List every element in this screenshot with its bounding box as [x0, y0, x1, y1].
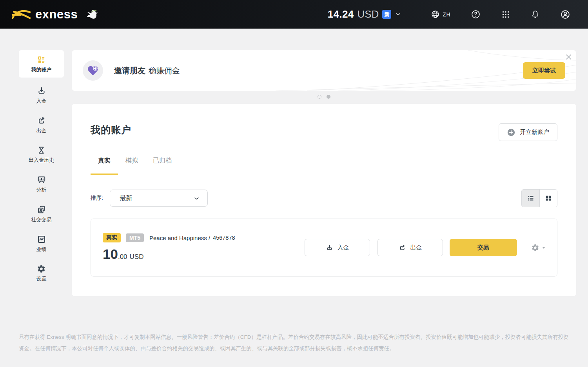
promo-title-primary: 邀请朋友 [114, 66, 145, 75]
page-title: 我的账户 [91, 123, 131, 136]
chevron-down-icon [395, 11, 401, 18]
account-icon [560, 9, 570, 20]
analysis-icon [37, 175, 46, 184]
balance-dropdown[interactable]: 14.24 USD 新 [328, 8, 401, 20]
sidebar-item-settings[interactable]: 设置 [19, 260, 64, 286]
deposit-button[interactable]: 入金 [305, 239, 370, 256]
new-badge: 新 [382, 10, 391, 19]
promo-banner: 邀请朋友稳赚佣金 立即尝试 [72, 50, 576, 91]
sidebar-item-label: 我的账户 [31, 67, 52, 72]
sidebar-item-analysis[interactable]: 分析 [19, 171, 64, 197]
sidebar-item-my-accounts[interactable]: 我的账户 [19, 50, 64, 78]
ex-monogram-icon [11, 8, 31, 21]
tab-archived[interactable]: 已归档 [145, 157, 179, 175]
content-area: 我的账户 入金 出金 [0, 29, 588, 296]
balance-currency: USD [357, 8, 379, 20]
try-now-button[interactable]: 立即尝试 [523, 62, 565, 79]
account-balance: 10.00USD [103, 246, 235, 262]
sort-value: 最新 [120, 194, 132, 202]
sidebar-item-deposit[interactable]: 入金 [19, 82, 64, 108]
account-info: 真实 MT5 Peace and Happiness / 4567878 10.… [103, 233, 235, 262]
caret-down-icon [542, 247, 545, 249]
list-view-button[interactable] [522, 190, 539, 207]
sidebar-item-performance[interactable]: 业绩 [19, 230, 64, 257]
withdraw-icon [399, 244, 406, 251]
accounts-icon [37, 55, 46, 64]
sidebar-item-withdraw[interactable]: 出金 [19, 112, 64, 138]
open-new-account-button[interactable]: 开立新账户 [499, 123, 557, 141]
sidebar-item-label: 入金 [36, 98, 47, 104]
social-trading-icon [37, 205, 46, 214]
balance-minor: .00 [118, 253, 127, 260]
accounts-panel: 我的账户 开立新账户 真实 模拟 已归档 排序: [72, 104, 576, 296]
balance-currency: USD [130, 253, 144, 260]
trade-button[interactable]: 交易 [450, 239, 517, 256]
heart-plus-icon [86, 64, 100, 77]
logo-text: exness [35, 7, 78, 22]
deposit-button-label: 入金 [338, 244, 349, 251]
apps-button[interactable] [501, 10, 510, 19]
balance-major: 10 [103, 246, 118, 262]
view-toggle [521, 189, 557, 207]
tab-demo[interactable]: 模拟 [118, 157, 145, 175]
sidebar-item-social-trading[interactable]: 社交交易 [19, 201, 64, 227]
app-header: exness 14.24 USD 新 ZH [0, 0, 588, 29]
carousel-dot-2[interactable] [327, 95, 330, 99]
globe-icon [431, 10, 440, 19]
close-icon [566, 54, 572, 60]
withdraw-icon [37, 116, 46, 125]
balance-amount: 14.24 [328, 8, 354, 20]
sidebar-item-label: 出金 [36, 128, 47, 134]
tab-real[interactable]: 真实 [91, 157, 118, 175]
help-button[interactable] [471, 9, 481, 19]
account-name: Peace and Happiness / [149, 235, 210, 241]
notifications-button[interactable] [531, 10, 540, 19]
account-actions: 入金 出金 交易 [305, 239, 545, 256]
language-label: ZH [443, 11, 450, 18]
promo-title-secondary: 稳赚佣金 [149, 66, 180, 75]
account-number: 4567878 [213, 235, 235, 241]
sort-row: 排序: 最新 [91, 189, 557, 207]
gear-icon [531, 244, 539, 252]
list-view-icon [527, 195, 534, 202]
main-column: 邀请朋友稳赚佣金 立即尝试 我的账户 [72, 50, 576, 296]
sidebar-item-history[interactable]: 出入金历史 [19, 141, 64, 167]
withdraw-button[interactable]: 出金 [377, 239, 443, 256]
sidebar: 我的账户 入金 出金 [19, 50, 64, 296]
open-new-account-label: 开立新账户 [520, 128, 549, 136]
sort-select[interactable]: 最新 [110, 190, 208, 207]
exness-logo[interactable]: exness [11, 7, 100, 22]
account-card: 真实 MT5 Peace and Happiness / 4567878 10.… [91, 219, 557, 277]
account-settings-button[interactable] [531, 244, 545, 252]
real-badge: 真实 [103, 233, 121, 242]
sidebar-item-label: 出入金历史 [29, 157, 54, 163]
apps-grid-icon [501, 10, 510, 19]
account-tabs: 真实 模拟 已归档 [72, 157, 576, 175]
withdraw-button-label: 出金 [410, 244, 422, 251]
sidebar-item-label: 社交交易 [31, 217, 52, 222]
performance-icon [37, 235, 46, 244]
history-icon [37, 146, 46, 155]
sidebar-item-label: 设置 [36, 276, 47, 282]
risk-disclaimer: 只有在获得 Exness 明确书面同意的情况下，才可复制本网站信息。一般风险警告… [19, 331, 569, 354]
bell-icon [531, 10, 540, 19]
carousel-dot-1[interactable] [318, 95, 321, 99]
promo-icon [83, 60, 103, 81]
sort-label: 排序: [91, 195, 103, 202]
promo-title: 邀请朋友稳赚佣金 [114, 65, 180, 76]
carousel-dots [72, 95, 576, 99]
plus-circle-icon [507, 128, 515, 137]
account-button[interactable] [560, 9, 570, 20]
settings-gear-icon [37, 264, 46, 273]
help-icon [471, 9, 481, 19]
banner-close-button[interactable] [564, 53, 572, 61]
language-switcher[interactable]: ZH [431, 10, 450, 19]
deposit-icon [37, 86, 46, 96]
dove-icon [83, 7, 100, 22]
chevron-down-icon [193, 195, 200, 202]
sidebar-item-label: 分析 [36, 187, 47, 193]
grid-view-button[interactable] [539, 190, 557, 207]
grid-view-icon [545, 195, 552, 202]
mt5-badge: MT5 [126, 233, 144, 242]
sidebar-item-label: 业绩 [36, 246, 47, 252]
